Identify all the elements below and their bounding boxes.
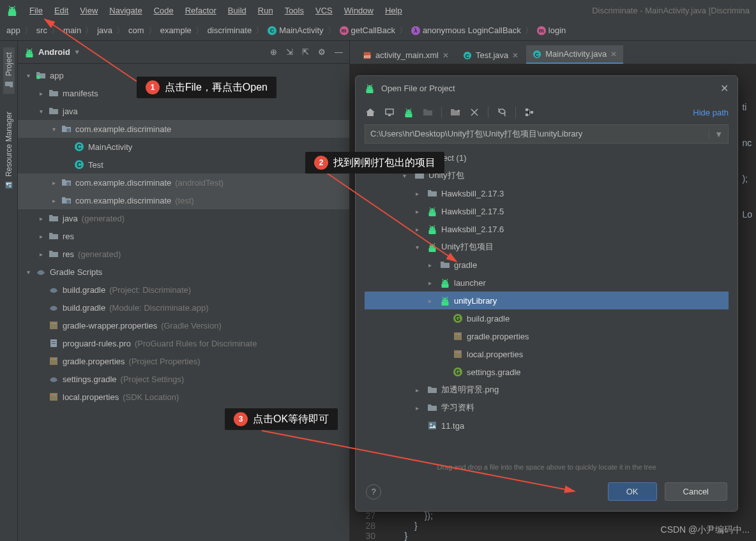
tree-node[interactable]: ▾java	[18, 102, 349, 120]
crumb-src[interactable]: src	[36, 26, 47, 35]
gear-icon[interactable]: ⚙	[318, 47, 326, 57]
ok-button[interactable]: OK	[608, 482, 657, 501]
dtree-node[interactable]: gradle.properties	[365, 327, 729, 345]
menu-file[interactable]: File	[24, 3, 48, 18]
delete-icon[interactable]	[469, 107, 480, 118]
tree-node[interactable]: gradle.properties (Project Properties)	[18, 352, 349, 370]
crumb-anon[interactable]: λanonymous LoginCallBack	[411, 26, 521, 35]
project-tree[interactable]: ▾app▸manifests▾java▾com.example.discrimi…	[18, 64, 349, 541]
tree-node[interactable]: ▸com.example.discriminate (test)	[18, 191, 349, 209]
desktop-icon[interactable]	[384, 107, 395, 118]
refresh-icon[interactable]	[496, 107, 508, 118]
dtree-node[interactable]: local.properties	[365, 345, 729, 363]
expand-arrow-icon[interactable]: ▸	[416, 226, 423, 233]
new-folder-icon[interactable]	[450, 107, 461, 118]
menu-run[interactable]: Run	[253, 3, 278, 18]
close-icon[interactable]: ✕	[720, 82, 729, 94]
expand-arrow-icon[interactable]: ▸	[50, 179, 57, 186]
expand-arrow-icon[interactable]: ▾	[37, 108, 45, 115]
tree-node[interactable]: Test	[18, 156, 349, 174]
tree-node[interactable]: proguard-rules.pro (ProGuard Rules for D…	[18, 334, 349, 352]
hide-icon[interactable]: —	[335, 47, 343, 57]
project-icon[interactable]	[403, 107, 414, 118]
menu-build[interactable]: Build	[223, 3, 252, 18]
expand-arrow-icon[interactable]: ▸	[37, 251, 45, 258]
tree-node[interactable]: ▾Gradle Scripts	[18, 263, 349, 281]
tree-node[interactable]: ▸res	[18, 227, 349, 245]
dtree-node[interactable]: ▸unityLibrary	[365, 292, 729, 309]
editor-tab[interactable]: activity_main.xml✕	[356, 47, 455, 64]
tree-node[interactable]: gradle-wrapper.properties (Gradle Versio…	[18, 316, 349, 334]
crumb-getcallback[interactable]: mgetCallBack	[340, 26, 395, 35]
dtree-node[interactable]: ▸学习资料	[365, 399, 729, 417]
tree-node[interactable]: build.gradle (Module: Discriminate.app)	[18, 299, 349, 316]
crumb-app[interactable]: app	[6, 26, 20, 35]
expand-arrow-icon[interactable]: ▸	[428, 262, 436, 269]
dtree-node[interactable]: ▸加透明背景.png	[365, 381, 729, 399]
dtree-node[interactable]: settings.gradle	[365, 363, 729, 381]
menu-help[interactable]: Help	[380, 3, 407, 18]
tree-node[interactable]: local.properties (SDK Location)	[18, 388, 349, 406]
tree-node[interactable]: ▸res (generated)	[18, 245, 349, 263]
menu-vcs[interactable]: VCS	[310, 3, 338, 18]
expand-arrow-icon[interactable]: ▾	[24, 269, 32, 276]
hide-path-link[interactable]: Hide path	[693, 108, 729, 117]
side-tab-project[interactable]: Project	[3, 47, 15, 94]
crumb-discriminate[interactable]: discriminate	[208, 26, 252, 35]
menu-view[interactable]: View	[75, 3, 103, 18]
path-dropdown-icon[interactable]: ▼	[709, 130, 723, 139]
tree-node[interactable]: build.gradle (Project: Discriminate)	[18, 281, 349, 299]
expand-arrow-icon[interactable]: ▸	[416, 387, 423, 394]
close-tab-icon[interactable]: ✕	[610, 50, 617, 59]
crumb-com[interactable]: com	[128, 26, 144, 35]
editor-tab[interactable]: Test.java✕	[457, 47, 525, 64]
expand-arrow-icon[interactable]: ▸	[428, 297, 436, 304]
cancel-button[interactable]: Cancel	[665, 482, 727, 501]
tree-node[interactable]: ▾com.example.discriminate	[18, 120, 349, 138]
expand-arrow-icon[interactable]: ▸	[428, 279, 436, 286]
expand-arrow-icon[interactable]: ▸	[416, 190, 423, 197]
crumb-java[interactable]: java	[97, 26, 112, 35]
menu-code[interactable]: Code	[149, 3, 179, 18]
tree-node[interactable]: ▸com.example.discriminate (androidTest)	[18, 174, 349, 191]
editor-tab[interactable]: MainActivity.java✕	[526, 45, 623, 64]
tree-node[interactable]: MainActivity	[18, 138, 349, 156]
expand-arrow-icon[interactable]: ▸	[37, 90, 45, 97]
expand-arrow-icon[interactable]: ▸	[416, 208, 423, 215]
menu-tools[interactable]: Tools	[280, 3, 309, 18]
dtree-node[interactable]: build.gradle	[365, 309, 729, 327]
menu-refactor[interactable]: Refactor	[180, 3, 222, 18]
expand-arrow-icon[interactable]: ▾	[24, 72, 32, 79]
home-icon[interactable]	[365, 107, 376, 118]
dtree-node[interactable]: 11.tga	[365, 417, 729, 434]
expand-icon[interactable]: ⇲	[286, 47, 293, 57]
close-tab-icon[interactable]: ✕	[512, 51, 518, 60]
expand-arrow-icon[interactable]: ▸	[37, 215, 45, 222]
dtree-node[interactable]: ▾Unity打包项目	[365, 238, 729, 256]
tree-node[interactable]: settings.gradle (Project Settings)	[18, 370, 349, 388]
menu-window[interactable]: Window	[339, 3, 379, 18]
expand-arrow-icon[interactable]: ▸	[37, 233, 45, 240]
module-icon[interactable]	[422, 107, 434, 118]
dtree-node[interactable]: ▸launcher	[365, 274, 729, 292]
crumb-example[interactable]: example	[160, 26, 192, 35]
expand-arrow-icon[interactable]: ▸	[50, 197, 57, 204]
crumb-mainactivity[interactable]: CMainActivity	[268, 26, 323, 35]
help-icon[interactable]: ?	[366, 484, 381, 500]
expand-arrow-icon[interactable]: ▾	[416, 244, 423, 251]
dtree-node[interactable]: ▸gradle	[365, 256, 729, 274]
show-tree-icon[interactable]	[524, 107, 535, 118]
crumb-main[interactable]: main	[63, 26, 81, 35]
menu-navigate[interactable]: Navigate	[104, 3, 147, 18]
dtree-node[interactable]: ▸Hawksbill_2.17.6	[365, 220, 729, 238]
menu-edit[interactable]: Edit	[49, 3, 73, 18]
dtree-node[interactable]: ▸Hawksbill_2.17.5	[365, 202, 729, 220]
dtree-node[interactable]: ▸Hawksbill_2.17.3	[365, 184, 729, 202]
dialog-tree[interactable]: ▾My project (1)▾Unity打包▸Hawksbill_2.17.3…	[365, 149, 729, 458]
collapse-icon[interactable]: ⇱	[302, 47, 309, 57]
side-tab-resource-manager[interactable]: Resource Manager	[3, 107, 15, 195]
path-input[interactable]: C:\Users\hr\Desktop\Unity打包\Unity打包项目\un…	[365, 124, 729, 144]
project-view-dropdown[interactable]: Android ▼	[24, 47, 80, 57]
locate-icon[interactable]: ⊕	[270, 47, 277, 57]
expand-arrow-icon[interactable]: ▾	[50, 126, 57, 133]
